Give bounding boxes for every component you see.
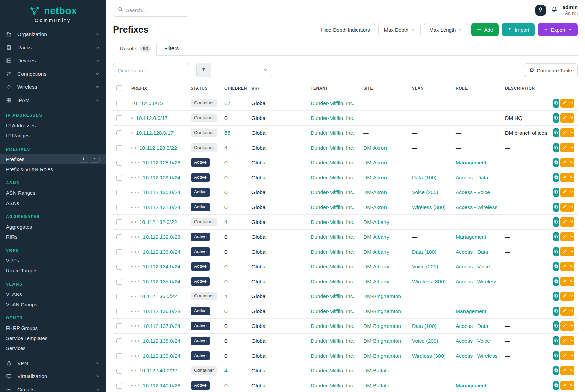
sidebar-import-prefix-button[interactable] xyxy=(90,156,100,163)
edit-button[interactable] xyxy=(560,188,569,197)
vlan-link[interactable]: Voice (200) xyxy=(412,264,438,269)
row-checkbox[interactable] xyxy=(116,115,122,121)
tenant-link[interactable]: Dunder-Mifflin, Inc. xyxy=(311,383,354,388)
sidebar-item-ipam[interactable]: IPAM xyxy=(0,94,106,107)
clone-button[interactable] xyxy=(553,247,559,256)
role-link[interactable]: Access - Wireless xyxy=(456,353,497,359)
hide-depth-indicators-button[interactable]: Hide Depth Indicators xyxy=(316,23,375,36)
row-checkbox[interactable] xyxy=(116,205,122,210)
clone-button[interactable] xyxy=(553,366,559,375)
children-count-link[interactable]: 65 xyxy=(224,130,230,136)
site-link[interactable]: DM-Albany xyxy=(363,264,389,269)
tenant-link[interactable]: Dunder-Mifflin, Inc. xyxy=(311,145,354,151)
prefix-link[interactable]: 10.112.140.0/22 xyxy=(139,368,177,373)
clone-button[interactable] xyxy=(553,232,559,241)
clone-button[interactable] xyxy=(553,307,559,316)
edit-button[interactable] xyxy=(560,173,569,182)
site-link[interactable]: DM-Akron xyxy=(363,204,387,210)
row-checkbox[interactable] xyxy=(116,219,122,225)
site-link[interactable]: DM-Binghamton xyxy=(363,338,401,344)
tenant-link[interactable]: Dunder-Mifflin, Inc. xyxy=(311,160,354,165)
clone-button[interactable] xyxy=(553,143,559,152)
tab-filters[interactable]: Filters xyxy=(159,42,184,55)
tenant-link[interactable]: Dunder-Mifflin, Inc. xyxy=(311,249,354,255)
clone-button[interactable] xyxy=(553,292,559,301)
tenant-link[interactable]: Dunder-Mifflin, Inc. xyxy=(311,293,354,299)
edit-dropdown-button[interactable] xyxy=(569,128,574,137)
role-link[interactable]: Access - Data xyxy=(456,323,488,329)
column-header-prefix[interactable]: PREFIX xyxy=(128,83,187,96)
sidebar-item-connections[interactable]: Connections xyxy=(0,67,106,80)
prefix-link[interactable]: 10.112.136.0/28 xyxy=(143,308,180,314)
vlan-link[interactable]: Wireless (300) xyxy=(412,279,446,284)
prefix-link[interactable]: 10.112.132.0/28 xyxy=(143,234,180,240)
row-checkbox[interactable] xyxy=(116,383,122,389)
sidebar-item-fhrp-groups[interactable]: FHRP Groups xyxy=(0,323,106,333)
edit-button[interactable] xyxy=(560,232,569,241)
role-link[interactable]: Access - Data xyxy=(456,175,488,180)
edit-button[interactable] xyxy=(560,262,569,271)
column-header-description[interactable]: DESCRIPTION xyxy=(502,83,552,96)
prefix-link[interactable]: 10.112.134.0/24 xyxy=(143,264,180,269)
role-link[interactable]: Management xyxy=(456,383,486,388)
tenant-link[interactable]: Dunder-Mifflin, Inc. xyxy=(311,279,354,284)
vlan-link[interactable]: Data (100) xyxy=(412,175,436,180)
column-header-vrf[interactable]: VRF xyxy=(248,83,307,96)
role-link[interactable]: Management xyxy=(456,160,486,165)
clone-button[interactable] xyxy=(553,217,559,227)
saved-filter-select[interactable] xyxy=(211,63,272,77)
vlan-link[interactable]: Voice (200) xyxy=(412,189,438,195)
edit-dropdown-button[interactable] xyxy=(569,366,574,375)
sidebar-item-wireless[interactable]: Wireless xyxy=(0,80,106,94)
sidebar-item-service-templates[interactable]: Service Templates xyxy=(0,333,106,343)
tenant-link[interactable]: Dunder-Mifflin, Inc. xyxy=(311,204,354,210)
prefix-link[interactable]: 10.112.0.0/15 xyxy=(131,100,163,106)
edit-button[interactable] xyxy=(560,99,569,108)
tenant-link[interactable]: Dunder-Mifflin, Inc. xyxy=(311,175,354,180)
row-checkbox[interactable] xyxy=(116,323,122,329)
site-link[interactable]: DM-Binghamton xyxy=(363,323,401,329)
sidebar-item-prefix-vlan-roles[interactable]: Prefix & VLAN Roles xyxy=(0,164,106,174)
role-link[interactable]: Management xyxy=(456,234,486,240)
vlan-link[interactable]: Wireless (300) xyxy=(412,204,446,210)
edit-button[interactable] xyxy=(560,143,569,152)
children-count-link[interactable]: 4 xyxy=(224,145,228,151)
edit-button[interactable] xyxy=(560,366,569,375)
row-checkbox[interactable] xyxy=(116,249,122,255)
sidebar-item-vlans[interactable]: VLANs xyxy=(0,289,106,299)
edit-button[interactable] xyxy=(560,307,569,316)
row-checkbox[interactable] xyxy=(116,130,122,136)
edit-button[interactable] xyxy=(560,321,569,331)
edit-button[interactable] xyxy=(560,292,569,301)
clone-button[interactable] xyxy=(553,277,559,286)
vlan-link[interactable]: Data (100) xyxy=(412,323,436,329)
clone-button[interactable] xyxy=(553,99,559,108)
children-count-link[interactable]: 4 xyxy=(224,219,228,225)
site-link[interactable]: DM-Albany xyxy=(363,219,389,225)
prefix-link[interactable]: 10.112.130.0/24 xyxy=(143,189,180,195)
tenant-link[interactable]: Dunder-Mifflin, Inc. xyxy=(311,264,354,269)
row-checkbox[interactable] xyxy=(116,175,122,181)
row-checkbox[interactable] xyxy=(116,338,122,344)
edit-dropdown-button[interactable] xyxy=(569,203,574,212)
edit-button[interactable] xyxy=(560,351,569,360)
site-link[interactable]: DM-Akron xyxy=(363,189,387,195)
role-link[interactable]: Access - Data xyxy=(456,249,488,255)
sidebar-item-circuits[interactable]: Circuits xyxy=(0,383,106,392)
prefix-link[interactable]: 10.112.128.0/22 xyxy=(139,145,177,151)
clone-button[interactable] xyxy=(553,351,559,360)
site-link[interactable]: DM-Akron xyxy=(363,145,387,151)
tenant-link[interactable]: Dunder-Mifflin, Inc. xyxy=(311,323,354,329)
tenant-link[interactable]: Dunder-Mifflin, Inc. xyxy=(311,189,354,195)
edit-button[interactable] xyxy=(560,217,569,227)
children-count-link[interactable]: 4 xyxy=(224,368,228,373)
clone-button[interactable] xyxy=(553,336,559,345)
edit-button[interactable] xyxy=(560,336,569,345)
edit-dropdown-button[interactable] xyxy=(569,381,574,390)
max-length-dropdown[interactable]: Max Length xyxy=(424,23,468,36)
prefix-link[interactable]: 10.112.128.0/28 xyxy=(143,160,180,165)
configure-table-button[interactable]: ⚙ Configure Table xyxy=(524,63,578,77)
edit-dropdown-button[interactable] xyxy=(569,307,574,316)
tenant-link[interactable]: Dunder-Mifflin, Inc. xyxy=(311,338,354,344)
edit-dropdown-button[interactable] xyxy=(569,292,574,301)
